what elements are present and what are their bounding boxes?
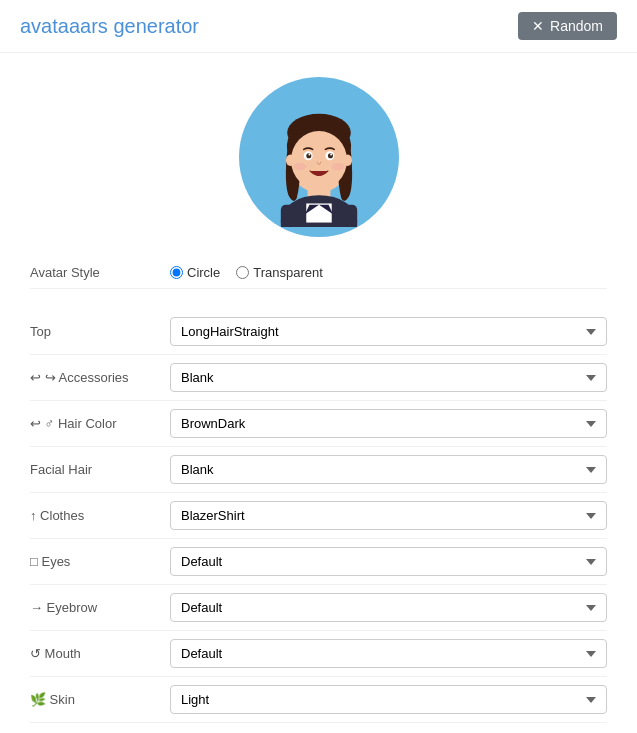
svg-point-9	[285, 154, 294, 165]
header: avataaars generator ✕ Random	[0, 0, 637, 53]
style-transparent-radio[interactable]	[236, 266, 249, 279]
control-select-mouth[interactable]: DefaultConcernedDisbeliefEatingGrimaceSa…	[170, 639, 607, 668]
svg-point-17	[293, 163, 306, 171]
style-circle-label: Circle	[187, 265, 220, 280]
control-label-eyes: □ Eyes	[30, 554, 170, 569]
control-row-hair-color: ↩ ♂ Hair ColorAuburnBlackBlondeBlondeGol…	[30, 401, 607, 447]
control-row-mouth: ↺ MouthDefaultConcernedDisbeliefEatingGr…	[30, 631, 607, 677]
avatar-style-label: Avatar Style	[30, 265, 170, 280]
random-icon: ✕	[532, 18, 544, 34]
avatar-style-row: Avatar Style Circle Transparent	[30, 257, 607, 289]
control-row-facial-hair: Facial HairBlankBeardLightBeardMajesticB…	[30, 447, 607, 493]
control-label-skin: 🌿 Skin	[30, 692, 170, 707]
style-circle-radio[interactable]	[170, 266, 183, 279]
avatar-preview-container	[0, 53, 637, 257]
control-label-hair-color: ↩ ♂ Hair Color	[30, 416, 170, 431]
control-select-eyebrow[interactable]: DefaultAngryAngryNaturalDefaultNaturalFl…	[170, 593, 607, 622]
control-label-facial-hair: Facial Hair	[30, 462, 170, 477]
control-select-facial-hair[interactable]: BlankBeardLightBeardMajesticBeardMediumM…	[170, 455, 607, 484]
svg-point-16	[330, 154, 332, 156]
svg-point-10	[343, 154, 352, 165]
app-title: avataaars generator	[20, 15, 199, 38]
control-row-clothes: ↑ ClothesBlazerShirtBlazerSweaterCollarS…	[30, 493, 607, 539]
control-label-clothes: ↑ Clothes	[30, 508, 170, 523]
control-label-top: Top	[30, 324, 170, 339]
control-select-clothes[interactable]: BlazerShirtBlazerSweaterCollarSweaterGra…	[170, 501, 607, 530]
control-select-skin[interactable]: TannedYellowPaleLightBrownDarkBrownBlack	[170, 685, 607, 714]
control-row-top: TopLongHairStraightShortHairShortFlatSho…	[30, 309, 607, 355]
svg-point-18	[331, 163, 344, 171]
controls: Avatar Style Circle Transparent	[0, 257, 637, 309]
control-row-eyes: □ EyesDefaultCloseCryDizzyEyeRollHappyHe…	[30, 539, 607, 585]
control-select-hair-color[interactable]: AuburnBlackBlondeBlondeGoldenBrownBrownD…	[170, 409, 607, 438]
control-label-mouth: ↺ Mouth	[30, 646, 170, 661]
random-button-label: Random	[550, 18, 603, 34]
control-row-eyebrow: → EyebrowDefaultAngryAngryNaturalDefault…	[30, 585, 607, 631]
control-label-eyebrow: → Eyebrow	[30, 600, 170, 615]
random-button[interactable]: ✕ Random	[518, 12, 617, 40]
control-select-eyes[interactable]: DefaultCloseCryDizzyEyeRollHappyHeartsSi…	[170, 547, 607, 576]
style-circle-option[interactable]: Circle	[170, 265, 220, 280]
svg-point-15	[308, 154, 310, 156]
style-transparent-option[interactable]: Transparent	[236, 265, 323, 280]
avatar-circle	[239, 77, 399, 237]
control-row-accessories: ↩ ↪ AccessoriesBlankKurtPrescription01Pr…	[30, 355, 607, 401]
control-select-top[interactable]: LongHairStraightShortHairShortFlatShortH…	[170, 317, 607, 346]
dynamic-controls: TopLongHairStraightShortHairShortFlatSho…	[0, 309, 637, 733]
avatar-style-radio-group: Circle Transparent	[170, 265, 323, 280]
control-row-skin: 🌿 SkinTannedYellowPaleLightBrownDarkBrow…	[30, 677, 607, 723]
control-select-accessories[interactable]: BlankKurtPrescription01Prescription02Rou…	[170, 363, 607, 392]
avatar-svg	[254, 87, 384, 227]
svg-point-8	[291, 131, 347, 190]
control-label-accessories: ↩ ↪ Accessories	[30, 370, 170, 385]
style-transparent-label: Transparent	[253, 265, 323, 280]
